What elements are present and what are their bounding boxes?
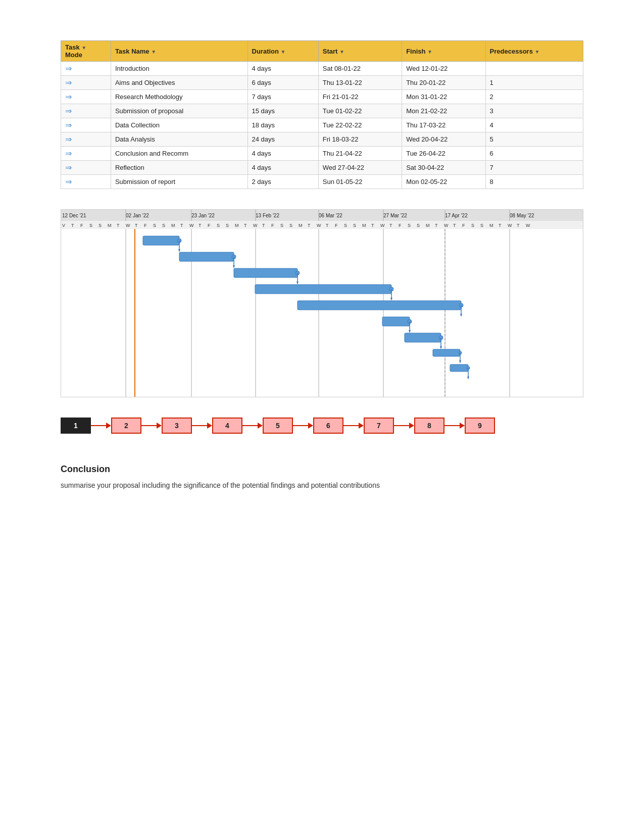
col-header-task-mode[interactable]: Task ▼Mode	[61, 41, 111, 62]
duration-cell: 18 days	[247, 118, 318, 132]
svg-text:12 Dec '21: 12 Dec '21	[62, 213, 86, 218]
duration-cell: 15 days	[247, 104, 318, 118]
task-name-cell: Introduction	[111, 62, 247, 76]
network-node: 6	[313, 418, 343, 434]
svg-marker-90	[460, 314, 462, 317]
svg-text:T: T	[371, 223, 374, 228]
svg-text:S: S	[289, 223, 292, 228]
network-arrow	[293, 423, 313, 429]
conclusion-text: summarise your proposal including the si…	[61, 480, 583, 491]
start-cell: Sat 08-01-22	[318, 62, 402, 76]
table-row: ⇒ Reflection 4 days Wed 27-04-22 Sat 30-…	[61, 161, 583, 175]
svg-text:M: M	[426, 223, 430, 228]
network-node: 3	[162, 418, 192, 434]
network-node: 1	[61, 418, 91, 434]
col-header-duration[interactable]: Duration ▼	[247, 41, 318, 62]
svg-text:W: W	[126, 223, 130, 228]
task-name-cell: Reflection	[111, 161, 247, 175]
svg-rect-16	[61, 221, 583, 229]
task-mode-cell: ⇒	[61, 104, 111, 118]
network-diagram-section: 123456789	[61, 418, 583, 434]
finish-cell: Mon 31-01-22	[402, 90, 485, 104]
finish-cell: Sat 30-04-22	[402, 161, 485, 175]
duration-cell: 4 days	[247, 147, 318, 161]
duration-cell: 2 days	[247, 175, 318, 189]
task-name-cell: Data Analysis	[111, 132, 247, 147]
table-row: ⇒ Data Analysis 24 days Fri 18-03-22 Wed…	[61, 132, 583, 147]
task-mode-icon: ⇒	[65, 134, 72, 144]
svg-text:F: F	[80, 223, 83, 228]
svg-text:F: F	[144, 223, 147, 228]
predecessors-cell: 5	[485, 132, 583, 147]
duration-cell: 4 days	[247, 62, 318, 76]
svg-text:S: S	[353, 223, 356, 228]
task-mode-cell: ⇒	[61, 62, 111, 76]
svg-text:S: S	[89, 223, 92, 228]
predecessors-cell: 1	[485, 76, 583, 90]
svg-marker-102	[459, 360, 461, 363]
finish-cell: Wed 20-04-22	[402, 132, 485, 147]
table-row: ⇒ Aims and Objectives 6 days Thu 13-01-2…	[61, 76, 583, 90]
duration-cell: 24 days	[247, 132, 318, 147]
predecessors-cell: 4	[485, 118, 583, 132]
network-arrow	[394, 423, 414, 429]
svg-text:S: S	[217, 223, 220, 228]
svg-text:S: S	[226, 223, 229, 228]
task-mode-icon: ⇒	[65, 149, 72, 158]
svg-marker-94	[409, 330, 411, 333]
start-cell: Fri 18-03-22	[318, 132, 402, 147]
svg-text:T: T	[435, 223, 438, 228]
finish-cell: Wed 12-01-22	[402, 62, 485, 76]
predecessors-cell: 7	[485, 161, 583, 175]
svg-text:M: M	[171, 223, 175, 228]
col-header-task-name[interactable]: Task Name ▼	[111, 41, 247, 62]
svg-marker-78	[233, 265, 235, 268]
task-mode-cell: ⇒	[61, 161, 111, 175]
svg-text:T: T	[517, 223, 520, 228]
task-name-cell: Submission of report	[111, 175, 247, 189]
svg-text:M: M	[108, 223, 112, 228]
task-mode-icon: ⇒	[65, 64, 72, 73]
svg-text:S: S	[280, 223, 283, 228]
gantt-table: Task ▼Mode Task Name ▼ Duration ▼ Start …	[61, 40, 583, 189]
task-mode-icon: ⇒	[65, 106, 72, 116]
task-name-cell: Submission of proposal	[111, 104, 247, 118]
svg-rect-87	[298, 301, 461, 310]
conclusion-title: Conclusion	[61, 464, 583, 475]
network-node: 8	[414, 418, 444, 434]
svg-text:S: S	[471, 223, 474, 228]
network-node: 9	[465, 418, 495, 434]
svg-text:W: W	[189, 223, 194, 228]
gantt-chart-section: 12 Dec '21 02 Jan '22 23 Jan '22 13 Feb …	[61, 209, 583, 397]
table-row: ⇒ Data Collection 18 days Tue 22-02-22 T…	[61, 118, 583, 132]
task-name-cell: Conclusion and Recomm	[111, 147, 247, 161]
predecessors-cell	[485, 62, 583, 76]
conclusion-section: Conclusion summarise your proposal inclu…	[61, 464, 583, 491]
svg-rect-103	[450, 364, 468, 372]
network-node: 7	[364, 418, 394, 434]
start-cell: Wed 27-04-22	[318, 161, 402, 175]
svg-rect-91	[382, 317, 410, 326]
task-mode-cell: ⇒	[61, 132, 111, 147]
task-mode-icon: ⇒	[65, 163, 72, 172]
task-mode-cell: ⇒	[61, 147, 111, 161]
finish-cell: Thu 20-01-22	[402, 76, 485, 90]
svg-text:08 May '22: 08 May '22	[510, 213, 534, 218]
col-header-start[interactable]: Start ▼	[318, 41, 402, 62]
svg-text:M: M	[362, 223, 366, 228]
svg-text:F: F	[335, 223, 338, 228]
svg-text:T: T	[180, 223, 183, 228]
start-cell: Thu 21-04-22	[318, 147, 402, 161]
svg-text:S: S	[344, 223, 347, 228]
svg-text:W: W	[380, 223, 385, 228]
svg-marker-98	[440, 346, 442, 349]
col-header-predecessors[interactable]: Predecessors ▼	[485, 41, 583, 62]
svg-rect-71	[143, 236, 179, 245]
svg-text:M: M	[489, 223, 493, 228]
svg-text:T: T	[262, 223, 265, 228]
network-node: 4	[212, 418, 242, 434]
svg-text:S: S	[480, 223, 483, 228]
svg-text:W: W	[444, 223, 449, 228]
table-row: ⇒ Submission of report 2 days Sun 01-05-…	[61, 175, 583, 189]
col-header-finish[interactable]: Finish ▼	[402, 41, 485, 62]
